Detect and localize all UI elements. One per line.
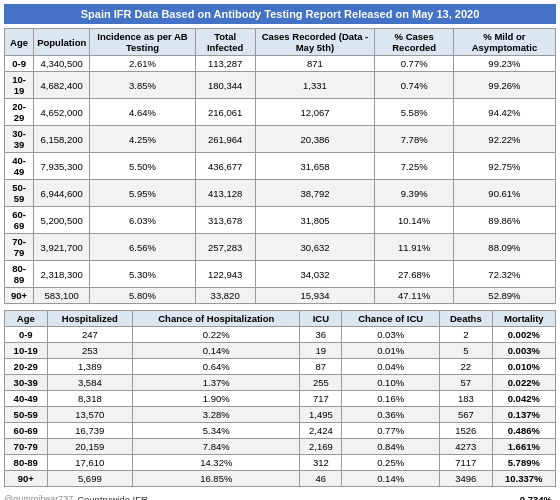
table-cell: 436,677: [195, 153, 255, 180]
table-cell: 50-59: [5, 407, 48, 423]
col-header: % Cases Recorded: [375, 29, 454, 56]
footer-section: @gummibear737 imgflip.com Countrywide IF…: [4, 493, 556, 500]
table-cell: 0.010%: [492, 359, 555, 375]
table-cell: 4,340,500: [34, 56, 90, 72]
table-cell: 4,652,000: [34, 99, 90, 126]
table-cell: 31,805: [255, 207, 375, 234]
table-cell: 3.28%: [133, 407, 300, 423]
table-cell: 72.32%: [453, 261, 555, 288]
table-row: 20-291,3890.64%870.04%220.010%: [5, 359, 556, 375]
table1: AgePopulationIncidence as per AB Testing…: [4, 28, 556, 304]
table2: AgeHospitalizedChance of Hospitalization…: [4, 310, 556, 487]
table-cell: 5.58%: [375, 99, 454, 126]
table-cell: 0.04%: [342, 359, 440, 375]
table-cell: 0.14%: [342, 471, 440, 487]
table-cell: 6,944,600: [34, 180, 90, 207]
table-cell: 47.11%: [375, 288, 454, 304]
table-cell: 90+: [5, 288, 34, 304]
table-cell: 80-89: [5, 455, 48, 471]
table-cell: 3.85%: [90, 72, 196, 99]
table-cell: 5,699: [47, 471, 133, 487]
table-cell: 312: [300, 455, 342, 471]
table-cell: 3,584: [47, 375, 133, 391]
table-row: 20-294,652,0004.64%216,06112,0675.58%94.…: [5, 99, 556, 126]
table-cell: 31,658: [255, 153, 375, 180]
table-cell: 8,318: [47, 391, 133, 407]
table-row: 60-695,200,5006.03%313,67831,80510.14%89…: [5, 207, 556, 234]
table-cell: 11.91%: [375, 234, 454, 261]
table-cell: 0.64%: [133, 359, 300, 375]
table-cell: 20,386: [255, 126, 375, 153]
table-cell: 2.61%: [90, 56, 196, 72]
table-row: 90+5,69916.85%460.14%349610.337%: [5, 471, 556, 487]
table-cell: 0-9: [5, 327, 48, 343]
table-cell: 0.03%: [342, 327, 440, 343]
table-cell: 4.25%: [90, 126, 196, 153]
table-cell: 30,632: [255, 234, 375, 261]
table-cell: 20-29: [5, 99, 34, 126]
table-cell: 10-19: [5, 343, 48, 359]
table-cell: 1,331: [255, 72, 375, 99]
table-cell: 183: [440, 391, 493, 407]
table-row: 40-498,3181.90%7170.16%1830.042%: [5, 391, 556, 407]
table-row: 0-94,340,5002.61%113,2878710.77%99.23%: [5, 56, 556, 72]
table-cell: 40-49: [5, 391, 48, 407]
table-cell: 122,943: [195, 261, 255, 288]
table-cell: 0.137%: [492, 407, 555, 423]
table-cell: 0.16%: [342, 391, 440, 407]
table-cell: 16.85%: [133, 471, 300, 487]
table-cell: 20-29: [5, 359, 48, 375]
table-cell: 99.23%: [453, 56, 555, 72]
stats-value: 0.734%: [393, 493, 556, 500]
table-cell: 0.002%: [492, 327, 555, 343]
table-cell: 70-79: [5, 439, 48, 455]
col-header: ICU: [300, 311, 342, 327]
table-cell: 30-39: [5, 126, 34, 153]
table-cell: 257,283: [195, 234, 255, 261]
table-cell: 5.30%: [90, 261, 196, 288]
table-cell: 0.14%: [133, 343, 300, 359]
table-cell: 92.22%: [453, 126, 555, 153]
table-cell: 94.42%: [453, 99, 555, 126]
table-cell: 5: [440, 343, 493, 359]
table-cell: 5.95%: [90, 180, 196, 207]
table-cell: 3,921,700: [34, 234, 90, 261]
table-cell: 34,032: [255, 261, 375, 288]
table-row: 30-393,5841.37%2550.10%570.022%: [5, 375, 556, 391]
table-cell: 7.25%: [375, 153, 454, 180]
table-cell: 57: [440, 375, 493, 391]
table-cell: 0.36%: [342, 407, 440, 423]
col-header: Chance of ICU: [342, 311, 440, 327]
table-cell: 90+: [5, 471, 48, 487]
table-cell: 113,287: [195, 56, 255, 72]
table-cell: 1.661%: [492, 439, 555, 455]
table-cell: 1.37%: [133, 375, 300, 391]
table-cell: 7,935,300: [34, 153, 90, 180]
table-cell: 216,061: [195, 99, 255, 126]
table-cell: 33,820: [195, 288, 255, 304]
table-cell: 14.32%: [133, 455, 300, 471]
table-cell: 12,067: [255, 99, 375, 126]
table-cell: 10.14%: [375, 207, 454, 234]
table-cell: 88.09%: [453, 234, 555, 261]
table-row: 50-596,944,6005.95%413,12838,7929.39%90.…: [5, 180, 556, 207]
col-header: Deaths: [440, 311, 493, 327]
table-cell: 0.10%: [342, 375, 440, 391]
table-cell: 0.022%: [492, 375, 555, 391]
table-cell: 255: [300, 375, 342, 391]
table-row: 80-892,318,3005.30%122,94334,03227.68%72…: [5, 261, 556, 288]
stats-label: Countrywide IFR: [73, 493, 393, 500]
table-cell: 27.68%: [375, 261, 454, 288]
col-header: % Mild or Asymptomatic: [453, 29, 555, 56]
table-cell: 6.03%: [90, 207, 196, 234]
table-cell: 0.486%: [492, 423, 555, 439]
table-cell: 4.64%: [90, 99, 196, 126]
table-cell: 10-19: [5, 72, 34, 99]
table-row: 40-497,935,3005.50%436,67731,6587.25%92.…: [5, 153, 556, 180]
table-cell: 5,200,500: [34, 207, 90, 234]
table-cell: 92.75%: [453, 153, 555, 180]
table-cell: 253: [47, 343, 133, 359]
stats-row: Countrywide IFR0.734%: [73, 493, 556, 500]
table-cell: 567: [440, 407, 493, 423]
table-cell: 717: [300, 391, 342, 407]
